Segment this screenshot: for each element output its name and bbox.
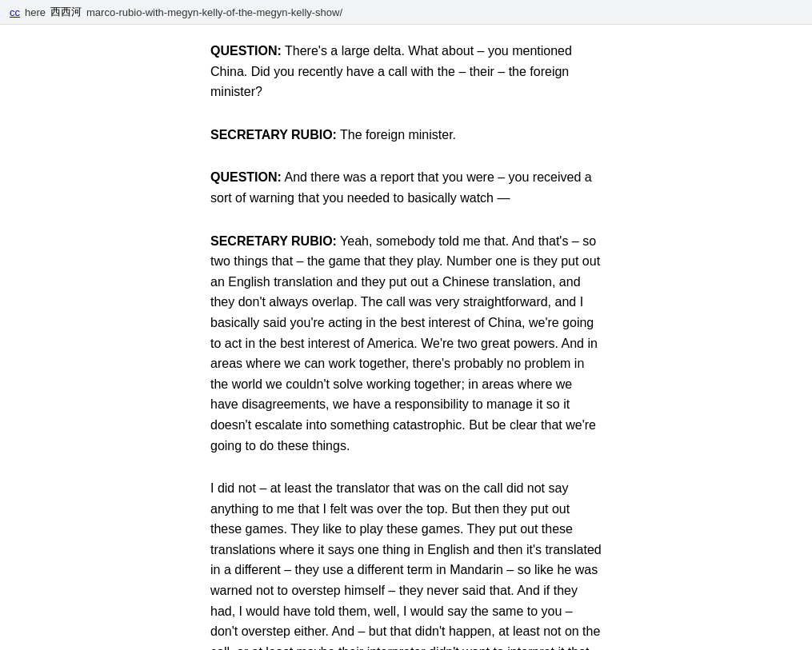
qa-text: Yeah, somebody told me that. And that's … (210, 234, 600, 453)
paragraph-block: I did not – at least the translator that… (210, 478, 602, 650)
qa-block: SECRETARY RUBIO: The foreign minister. (210, 125, 602, 146)
address-here-text: here (25, 6, 46, 18)
chinese-text: 西西河 (50, 5, 82, 19)
address-bar: cc here 西西河 marco-rubio-with-megyn-kelly… (0, 0, 812, 25)
qa-block: QUESTION: There's a large delta. What ab… (210, 41, 602, 102)
qa-text: The foreign minister. (337, 128, 456, 142)
speaker-label: QUESTION: (210, 44, 282, 58)
url-text: marco-rubio-with-megyn-kelly-of-the-megy… (86, 6, 342, 18)
speaker-label: QUESTION: (210, 170, 282, 184)
speaker-label: SECRETARY RUBIO: (210, 234, 337, 248)
main-content: QUESTION: There's a large delta. What ab… (0, 25, 812, 650)
qa-block: QUESTION: And there was a report that yo… (210, 167, 602, 208)
cc-link[interactable]: cc (10, 6, 20, 18)
speaker-label: SECRETARY RUBIO: (210, 128, 337, 142)
qa-block: SECRETARY RUBIO: Yeah, somebody told me … (210, 231, 602, 457)
